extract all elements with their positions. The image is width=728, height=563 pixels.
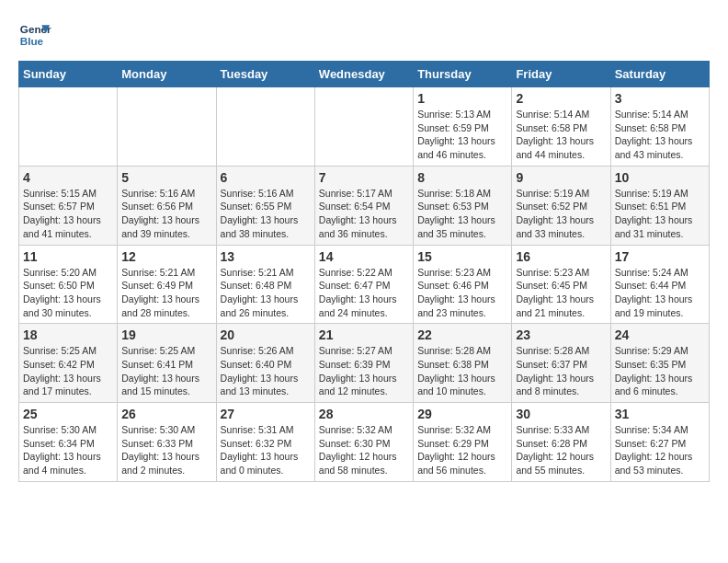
week-row-3: 11Sunrise: 5:20 AMSunset: 6:50 PMDayligh… [19, 245, 710, 324]
header-row: SundayMondayTuesdayWednesdayThursdayFrid… [19, 62, 710, 87]
day-cell: 26Sunrise: 5:30 AMSunset: 6:33 PMDayligh… [118, 403, 216, 482]
day-cell: 18Sunrise: 5:25 AMSunset: 6:42 PMDayligh… [19, 324, 118, 403]
day-cell: 2Sunrise: 5:14 AMSunset: 6:58 PMDaylight… [512, 87, 610, 167]
day-cell: 21Sunrise: 5:27 AMSunset: 6:39 PMDayligh… [314, 324, 413, 403]
day-info: Sunrise: 5:29 AMSunset: 6:35 PMDaylight:… [615, 344, 705, 398]
day-info: Sunrise: 5:23 AMSunset: 6:46 PMDaylight:… [417, 266, 507, 320]
day-info: Sunrise: 5:28 AMSunset: 6:38 PMDaylight:… [417, 344, 507, 398]
day-number: 21 [319, 327, 409, 342]
day-info: Sunrise: 5:15 AMSunset: 6:57 PMDaylight:… [23, 187, 113, 241]
day-info: Sunrise: 5:19 AMSunset: 6:52 PMDaylight:… [516, 187, 606, 241]
day-info: Sunrise: 5:19 AMSunset: 6:51 PMDaylight:… [615, 187, 705, 241]
day-info: Sunrise: 5:22 AMSunset: 6:47 PMDaylight:… [319, 266, 409, 320]
day-number: 30 [516, 407, 606, 421]
day-number: 6 [221, 170, 311, 185]
day-info: Sunrise: 5:23 AMSunset: 6:45 PMDaylight:… [516, 266, 606, 320]
calendar-table: SundayMondayTuesdayWednesdayThursdayFrid… [18, 61, 710, 482]
day-info: Sunrise: 5:25 AMSunset: 6:41 PMDaylight:… [121, 344, 211, 398]
day-info: Sunrise: 5:26 AMSunset: 6:40 PMDaylight:… [221, 344, 311, 398]
day-info: Sunrise: 5:32 AMSunset: 6:30 PMDaylight:… [319, 423, 409, 477]
day-cell: 29Sunrise: 5:32 AMSunset: 6:29 PMDayligh… [414, 403, 512, 482]
header-day-thursday: Thursday [414, 62, 512, 87]
header: General Blue [18, 18, 710, 52]
week-row-5: 25Sunrise: 5:30 AMSunset: 6:34 PMDayligh… [19, 403, 710, 482]
svg-text:Blue: Blue [20, 35, 44, 47]
day-number: 4 [23, 170, 113, 185]
day-info: Sunrise: 5:16 AMSunset: 6:55 PMDaylight:… [221, 187, 311, 241]
week-row-4: 18Sunrise: 5:25 AMSunset: 6:42 PMDayligh… [19, 324, 710, 403]
day-cell: 16Sunrise: 5:23 AMSunset: 6:45 PMDayligh… [512, 245, 610, 324]
day-number: 10 [615, 170, 705, 185]
day-info: Sunrise: 5:14 AMSunset: 6:58 PMDaylight:… [615, 108, 705, 162]
day-number: 15 [417, 249, 507, 264]
day-cell: 14Sunrise: 5:22 AMSunset: 6:47 PMDayligh… [314, 245, 413, 324]
day-info: Sunrise: 5:24 AMSunset: 6:44 PMDaylight:… [615, 266, 705, 320]
day-number: 1 [417, 91, 507, 106]
day-info: Sunrise: 5:20 AMSunset: 6:50 PMDaylight:… [23, 266, 113, 320]
day-info: Sunrise: 5:25 AMSunset: 6:42 PMDaylight:… [23, 344, 113, 398]
day-cell: 1Sunrise: 5:13 AMSunset: 6:59 PMDaylight… [414, 87, 512, 167]
day-info: Sunrise: 5:32 AMSunset: 6:29 PMDaylight:… [417, 423, 507, 477]
day-number: 7 [319, 170, 409, 185]
day-cell: 24Sunrise: 5:29 AMSunset: 6:35 PMDayligh… [610, 324, 709, 403]
day-info: Sunrise: 5:27 AMSunset: 6:39 PMDaylight:… [319, 344, 409, 398]
day-info: Sunrise: 5:13 AMSunset: 6:59 PMDaylight:… [417, 108, 507, 162]
header-day-tuesday: Tuesday [216, 62, 314, 87]
day-cell: 11Sunrise: 5:20 AMSunset: 6:50 PMDayligh… [19, 245, 118, 324]
logo: General Blue [18, 18, 51, 52]
day-number: 3 [615, 91, 705, 106]
day-cell: 8Sunrise: 5:18 AMSunset: 6:53 PMDaylight… [414, 166, 512, 245]
day-number: 31 [615, 407, 705, 421]
day-info: Sunrise: 5:16 AMSunset: 6:56 PMDaylight:… [121, 187, 211, 241]
day-cell [19, 87, 118, 167]
header-day-sunday: Sunday [19, 62, 118, 87]
day-cell [216, 87, 314, 167]
day-cell: 3Sunrise: 5:14 AMSunset: 6:58 PMDaylight… [610, 87, 709, 167]
week-row-2: 4Sunrise: 5:15 AMSunset: 6:57 PMDaylight… [19, 166, 710, 245]
day-number: 14 [319, 249, 409, 264]
day-cell [118, 87, 216, 167]
day-cell: 23Sunrise: 5:28 AMSunset: 6:37 PMDayligh… [512, 324, 610, 403]
day-info: Sunrise: 5:18 AMSunset: 6:53 PMDaylight:… [417, 187, 507, 241]
day-number: 23 [516, 327, 606, 342]
day-cell: 5Sunrise: 5:16 AMSunset: 6:56 PMDaylight… [118, 166, 216, 245]
day-cell: 17Sunrise: 5:24 AMSunset: 6:44 PMDayligh… [610, 245, 709, 324]
header-day-friday: Friday [512, 62, 610, 87]
day-number: 11 [23, 249, 113, 264]
day-cell: 27Sunrise: 5:31 AMSunset: 6:32 PMDayligh… [216, 403, 314, 482]
day-number: 5 [121, 170, 211, 185]
day-number: 28 [319, 407, 409, 421]
day-cell: 25Sunrise: 5:30 AMSunset: 6:34 PMDayligh… [19, 403, 118, 482]
day-number: 13 [221, 249, 311, 264]
day-cell: 31Sunrise: 5:34 AMSunset: 6:27 PMDayligh… [610, 403, 709, 482]
day-info: Sunrise: 5:30 AMSunset: 6:33 PMDaylight:… [121, 423, 211, 477]
header-day-saturday: Saturday [610, 62, 709, 87]
day-cell: 6Sunrise: 5:16 AMSunset: 6:55 PMDaylight… [216, 166, 314, 245]
day-cell: 19Sunrise: 5:25 AMSunset: 6:41 PMDayligh… [118, 324, 216, 403]
day-number: 9 [516, 170, 606, 185]
day-info: Sunrise: 5:34 AMSunset: 6:27 PMDaylight:… [615, 423, 705, 477]
day-number: 18 [23, 327, 113, 342]
day-number: 12 [121, 249, 211, 264]
week-row-1: 1Sunrise: 5:13 AMSunset: 6:59 PMDaylight… [19, 87, 710, 167]
day-number: 19 [121, 327, 211, 342]
day-cell [314, 87, 413, 167]
day-info: Sunrise: 5:28 AMSunset: 6:37 PMDaylight:… [516, 344, 606, 398]
day-info: Sunrise: 5:17 AMSunset: 6:54 PMDaylight:… [319, 187, 409, 241]
day-cell: 30Sunrise: 5:33 AMSunset: 6:28 PMDayligh… [512, 403, 610, 482]
header-day-wednesday: Wednesday [314, 62, 413, 87]
day-info: Sunrise: 5:21 AMSunset: 6:48 PMDaylight:… [221, 266, 311, 320]
day-cell: 22Sunrise: 5:28 AMSunset: 6:38 PMDayligh… [414, 324, 512, 403]
day-number: 22 [417, 327, 507, 342]
day-info: Sunrise: 5:33 AMSunset: 6:28 PMDaylight:… [516, 423, 606, 477]
day-info: Sunrise: 5:21 AMSunset: 6:49 PMDaylight:… [121, 266, 211, 320]
day-cell: 20Sunrise: 5:26 AMSunset: 6:40 PMDayligh… [216, 324, 314, 403]
day-cell: 15Sunrise: 5:23 AMSunset: 6:46 PMDayligh… [414, 245, 512, 324]
day-cell: 10Sunrise: 5:19 AMSunset: 6:51 PMDayligh… [610, 166, 709, 245]
day-number: 2 [516, 91, 606, 106]
day-number: 16 [516, 249, 606, 264]
day-number: 24 [615, 327, 705, 342]
day-cell: 9Sunrise: 5:19 AMSunset: 6:52 PMDaylight… [512, 166, 610, 245]
day-number: 27 [221, 407, 311, 421]
day-cell: 28Sunrise: 5:32 AMSunset: 6:30 PMDayligh… [314, 403, 413, 482]
